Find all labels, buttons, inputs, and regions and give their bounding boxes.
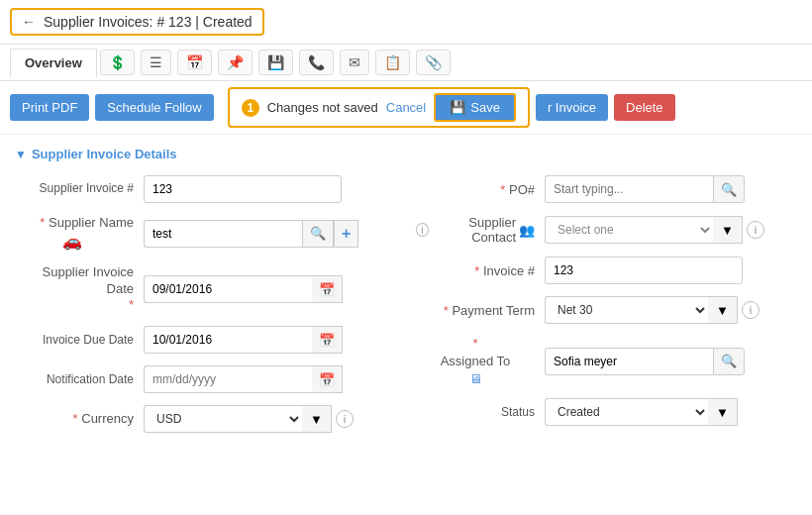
notification-date-calendar-icon[interactable]: 📅: [312, 365, 343, 393]
currency-dropdown-arrow[interactable]: ▼: [302, 405, 332, 433]
tab-calendar-icon[interactable]: 📅: [177, 50, 212, 75]
supplier-contact-info-icon[interactable]: i: [747, 221, 764, 239]
assigned-to-row: * Assigned To 🖥 🔍: [416, 334, 797, 388]
payment-term-select[interactable]: Net 30: [545, 296, 708, 324]
supplier-name-add-icon[interactable]: +: [334, 220, 358, 248]
status-label: Status: [416, 405, 545, 419]
left-column: Supplier Invoice # * Supplier Name 🚗 🔍 +: [15, 173, 406, 443]
invoice-due-date-label: Invoice Due Date: [15, 333, 144, 349]
tab-pin-icon[interactable]: 📌: [218, 50, 253, 75]
page-title: Supplier Invoices: # 123 | Created: [44, 14, 253, 30]
tab-overview[interactable]: Overview: [10, 49, 97, 78]
notification-date-row: Notification Date 📅: [15, 363, 386, 395]
tab-phone-icon[interactable]: 📞: [299, 50, 334, 75]
tab-mail-icon[interactable]: ✉: [340, 50, 369, 75]
tabs-bar: Overview 💲 ☰ 📅 📌 💾 📞 ✉ 📋 📎: [0, 45, 812, 81]
assigned-to-sub-icon: 🖥: [469, 371, 482, 386]
print-pdf-button[interactable]: Print PDF: [10, 94, 89, 121]
payment-term-row: * Payment Term Net 30 ▼ i: [416, 294, 797, 326]
chevron-icon: ▼: [15, 148, 27, 161]
supplier-contact-dropdown-arrow[interactable]: ▼: [713, 216, 743, 244]
status-row: Status Created ▼: [416, 396, 797, 428]
supplier-invoice-date-input[interactable]: [144, 275, 312, 303]
currency-input-group: USD ▼ i: [144, 405, 354, 433]
assigned-to-input[interactable]: [545, 348, 713, 375]
action-bar: Print PDF Schedule Follow 1 Changes not …: [0, 81, 812, 135]
supplier-invoice-date-label: Supplier Invoice Date *: [15, 264, 144, 315]
tab-notes-icon[interactable]: 📋: [375, 50, 410, 75]
supplier-invoice-num-input-group: [144, 175, 342, 203]
section-title: Supplier Invoice Details: [32, 147, 177, 161]
save-button[interactable]: 💾 Save: [434, 93, 516, 122]
supplier-name-input-group: 🔍 +: [144, 220, 358, 248]
invoice-due-date-input-group: 📅: [144, 326, 343, 354]
currency-select[interactable]: USD: [144, 405, 302, 433]
supplier-invoice-date-calendar-icon[interactable]: 📅: [312, 275, 343, 303]
back-arrow-icon[interactable]: ←: [22, 14, 36, 30]
invoice-num-input-group: [545, 257, 743, 284]
po-num-search-icon[interactable]: 🔍: [713, 175, 745, 203]
supplier-name-search-icon[interactable]: 🔍: [302, 220, 334, 248]
po-num-input[interactable]: [545, 175, 713, 203]
tab-save-icon[interactable]: 💾: [258, 50, 293, 75]
po-num-input-group: 🔍: [545, 175, 745, 203]
po-num-label: * PO#: [416, 182, 545, 197]
tabs-icons: 💲 ☰ 📅 📌 💾 📞 ✉ 📋 📎: [97, 45, 451, 80]
status-input-group: Created ▼: [545, 398, 738, 426]
invoice-num-row: * Invoice #: [416, 255, 797, 286]
currency-label: * Currency: [15, 411, 144, 428]
invoice-num-input[interactable]: [545, 257, 743, 284]
supplier-invoice-num-row: Supplier Invoice #: [15, 173, 386, 205]
info-icon-small[interactable]: i: [416, 223, 429, 237]
header-title-box: ← Supplier Invoices: # 123 | Created: [10, 8, 264, 36]
main-container: ← Supplier Invoices: # 123 | Created Ove…: [0, 0, 812, 515]
notification-date-label: Notification Date: [15, 372, 144, 388]
supplier-contact-input-group: Select one ▼ i: [545, 216, 764, 244]
supplier-contact-row: i Supplier Contact 👥 Select one ▼ i: [416, 213, 797, 247]
changes-not-saved-text: Changes not saved: [267, 100, 378, 115]
currency-row: * Currency USD ▼ i: [15, 403, 386, 435]
currency-info-icon[interactable]: i: [336, 410, 354, 428]
cancel-link[interactable]: Cancel: [386, 100, 426, 115]
supplier-contact-select[interactable]: Select one: [545, 216, 713, 244]
assigned-to-input-group: 🔍: [545, 348, 745, 375]
po-num-row: * PO# 🔍: [416, 173, 797, 205]
notification-date-input-group: 📅: [144, 365, 343, 393]
notification-date-input[interactable]: [144, 365, 312, 393]
invoice-due-date-input[interactable]: [144, 326, 312, 354]
supplier-invoice-num-input[interactable]: [144, 175, 342, 203]
supplier-name-input[interactable]: [144, 220, 302, 248]
schedule-follow-button[interactable]: Schedule Follow: [95, 94, 213, 121]
invoice-num-label: * Invoice #: [416, 263, 545, 278]
changes-notice: 1 Changes not saved Cancel 💾 Save: [228, 87, 530, 128]
tab-list-icon[interactable]: ☰: [141, 50, 171, 75]
payment-term-label: * Payment Term: [416, 303, 545, 318]
tab-dollar-icon[interactable]: 💲: [100, 50, 135, 75]
supplier-invoice-date-input-group: 📅: [144, 275, 343, 303]
status-dropdown-arrow[interactable]: ▼: [708, 398, 738, 426]
payment-term-input-group: Net 30 ▼ i: [545, 296, 760, 324]
assigned-to-search-icon[interactable]: 🔍: [713, 348, 745, 375]
page-header: ← Supplier Invoices: # 123 | Created: [0, 0, 812, 45]
form-grid: Supplier Invoice # * Supplier Name 🚗 🔍 +: [15, 173, 797, 443]
supplier-contact-sub-icon: 👥: [519, 223, 535, 238]
delete-button[interactable]: Delete: [614, 94, 675, 121]
section-header: ▼ Supplier Invoice Details: [15, 147, 797, 161]
save-disk-icon: 💾: [450, 100, 465, 115]
status-select[interactable]: Created: [545, 398, 708, 426]
payment-term-info-icon[interactable]: i: [742, 301, 760, 319]
invoice-due-date-row: Invoice Due Date 📅: [15, 324, 386, 356]
supplier-invoice-num-label: Supplier Invoice #: [15, 181, 144, 197]
assigned-to-label: * Assigned To 🖥: [416, 336, 545, 386]
right-column: * PO# 🔍 i Supplier Contact 👥: [406, 173, 797, 443]
payment-term-dropdown-arrow[interactable]: ▼: [708, 296, 738, 324]
truck-icon: 🚗: [10, 232, 134, 253]
tab-attachment-icon[interactable]: 📎: [416, 50, 451, 75]
invoice-due-date-calendar-icon[interactable]: 📅: [312, 326, 343, 354]
r-invoice-button[interactable]: r Invoice: [536, 94, 608, 121]
supplier-name-label: * Supplier Name 🚗: [15, 215, 144, 253]
supplier-name-row: * Supplier Name 🚗 🔍 +: [15, 213, 386, 255]
form-section: ▼ Supplier Invoice Details Supplier Invo…: [0, 135, 812, 455]
supplier-contact-label: i Supplier Contact 👥: [416, 215, 545, 245]
supplier-name-required: *: [40, 215, 49, 230]
